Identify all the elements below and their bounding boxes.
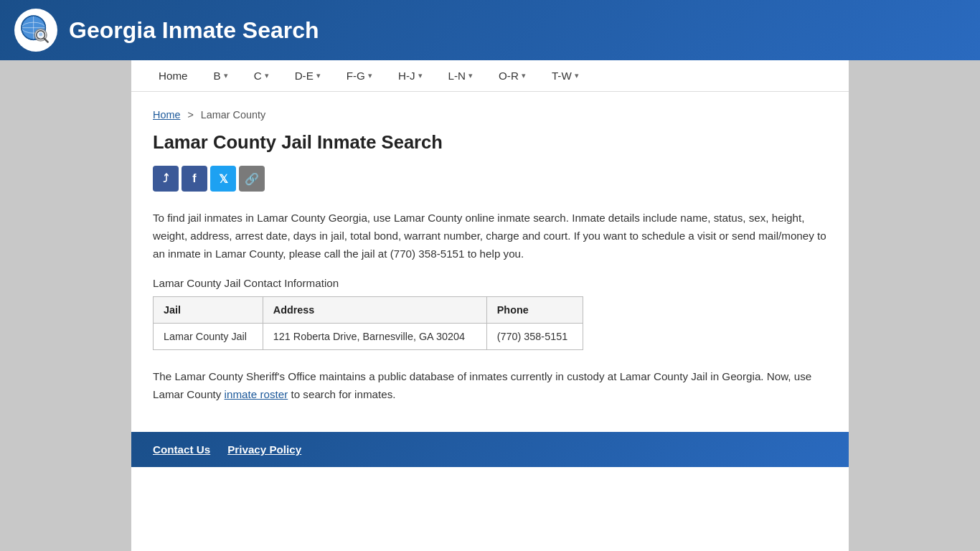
col-header-jail: Jail <box>154 297 263 324</box>
footer-contact-link[interactable]: Contact Us <box>153 443 210 456</box>
nav-item-tw[interactable]: T-W ▾ <box>539 61 592 90</box>
facebook-button[interactable]: f <box>182 166 207 192</box>
nav-item-de[interactable]: D-E ▾ <box>282 61 334 90</box>
table-row: Lamar County Jail 121 Roberta Drive, Bar… <box>154 324 583 350</box>
site-header: Georgia Inmate Search <box>0 0 980 60</box>
col-header-phone: Phone <box>486 297 583 324</box>
chevron-down-icon: ▾ <box>418 71 423 80</box>
nav-label: C <box>254 70 262 82</box>
nav-label: H-J <box>398 70 415 82</box>
table-header-row: Jail Address Phone <box>154 297 583 324</box>
bottom-text-after: to search for inmates. <box>288 388 395 400</box>
logo-wrapper: Georgia Inmate Search <box>14 9 319 52</box>
nav-item-fg[interactable]: F-G ▾ <box>334 61 385 90</box>
breadcrumb: Home > Lamar County <box>153 109 827 121</box>
nav-item-hj[interactable]: H-J ▾ <box>385 61 435 90</box>
site-title: Georgia Inmate Search <box>69 17 319 44</box>
jail-name-cell: Lamar County Jail <box>154 324 263 350</box>
share-button[interactable]: ⤴ <box>153 166 179 192</box>
nav-link-or[interactable]: O-R ▾ <box>486 61 539 90</box>
svg-line-7 <box>44 39 48 42</box>
nav-label: O-R <box>499 70 519 82</box>
nav-item-ln[interactable]: L-N ▾ <box>435 61 486 90</box>
contact-heading: Lamar County Jail Contact Information <box>153 277 827 289</box>
nav-link-b[interactable]: B ▾ <box>201 61 241 90</box>
navbar: Home B ▾ C ▾ D-E <box>131 60 849 92</box>
chevron-down-icon: ▾ <box>468 71 473 80</box>
nav-link-tw[interactable]: T-W ▾ <box>539 61 592 90</box>
nav-label: D-E <box>295 70 314 82</box>
chevron-down-icon: ▾ <box>368 71 372 80</box>
jail-address-cell: 121 Roberta Drive, Barnesville, GA 30204 <box>263 324 486 350</box>
table-header: Jail Address Phone <box>154 297 583 324</box>
nav-item-or[interactable]: O-R ▾ <box>486 61 539 90</box>
chevron-down-icon: ▾ <box>224 71 228 80</box>
nav-item-home[interactable]: Home <box>146 61 201 90</box>
copy-link-button[interactable]: 🔗 <box>239 166 265 192</box>
nav-label: F-G <box>347 70 365 82</box>
breadcrumb-current: Lamar County <box>201 109 265 121</box>
nav-list: Home B ▾ C ▾ D-E <box>146 61 592 90</box>
nav-link-ln[interactable]: L-N ▾ <box>435 61 486 90</box>
chevron-down-icon: ▾ <box>575 71 579 80</box>
jail-phone-cell: (770) 358-5151 <box>486 324 583 350</box>
footer-privacy-link[interactable]: Privacy Policy <box>227 443 301 456</box>
table-body: Lamar County Jail 121 Roberta Drive, Bar… <box>154 324 583 350</box>
nav-link-de[interactable]: D-E ▾ <box>282 61 334 90</box>
bottom-paragraph: The Lamar County Sheriff's Office mainta… <box>153 367 827 403</box>
site-logo <box>14 9 57 52</box>
jail-info-table: Jail Address Phone Lamar County Jail 121… <box>153 296 583 350</box>
chevron-down-icon: ▾ <box>265 71 269 80</box>
nav-link-c[interactable]: C ▾ <box>241 61 282 90</box>
col-header-address: Address <box>263 297 486 324</box>
breadcrumb-home-link[interactable]: Home <box>153 109 180 121</box>
nav-label: L-N <box>448 70 466 82</box>
nav-label: B <box>214 70 221 82</box>
page-content: Home > Lamar County Lamar County Jail In… <box>131 92 849 432</box>
inmate-roster-link[interactable]: inmate roster <box>225 388 288 400</box>
nav-link-fg[interactable]: F-G ▾ <box>334 61 385 90</box>
nav-link-hj[interactable]: H-J ▾ <box>385 61 435 90</box>
nav-label: T-W <box>552 70 572 82</box>
nav-link-home[interactable]: Home <box>146 61 201 90</box>
nav-label: Home <box>159 70 188 82</box>
logo-icon <box>18 12 54 48</box>
breadcrumb-separator: > <box>187 109 193 121</box>
page-title: Lamar County Jail Inmate Search <box>153 132 827 153</box>
social-share-buttons: ⤴ f 𝕏 🔗 <box>153 166 827 192</box>
site-footer: Contact Us Privacy Policy <box>131 432 849 467</box>
chevron-down-icon: ▾ <box>522 71 526 80</box>
twitter-button[interactable]: 𝕏 <box>210 166 236 192</box>
description-paragraph: To find jail inmates in Lamar County Geo… <box>153 209 827 263</box>
nav-item-c[interactable]: C ▾ <box>241 61 282 90</box>
svg-point-8 <box>39 32 42 36</box>
chevron-down-icon: ▾ <box>316 71 321 80</box>
nav-item-b[interactable]: B ▾ <box>201 61 241 90</box>
